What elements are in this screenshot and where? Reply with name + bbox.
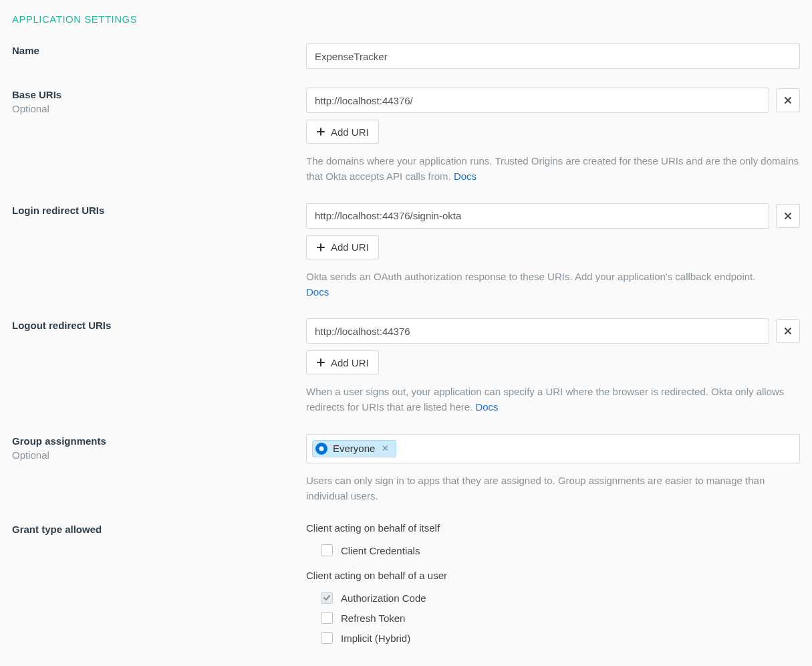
login-redirect-help: Okta sends an OAuth authorization respon… xyxy=(306,269,800,300)
grant-type-label: Grant type allowed xyxy=(12,522,293,536)
checkbox-icon xyxy=(321,632,333,644)
docs-link-login-redirect[interactable]: Docs xyxy=(306,286,329,298)
checkbox-icon xyxy=(321,592,333,604)
remove-login-redirect-button[interactable] xyxy=(776,204,800,228)
row-group-assignments: Group assignments Optional Everyone ✕ Us… xyxy=(12,434,800,504)
group-ring-icon xyxy=(315,443,327,455)
grant-self-heading: Client acting on behalf of itself xyxy=(306,522,800,534)
grant-user-heading: Client acting on behalf of a user xyxy=(306,570,800,581)
checkbox-icon xyxy=(321,544,333,556)
plus-icon xyxy=(316,358,325,367)
close-icon xyxy=(783,326,793,336)
checkbox-label: Implicit (Hybrid) xyxy=(341,633,410,644)
group-chip-label: Everyone xyxy=(333,443,375,454)
group-assignments-label: Group assignments xyxy=(12,434,293,448)
base-uris-label: Base URIs xyxy=(12,88,293,102)
login-redirect-label: Login redirect URIs xyxy=(12,203,293,217)
group-assignments-help: Users can only sign in to apps that they… xyxy=(306,473,800,504)
row-grant-type: Grant type allowed Client acting on beha… xyxy=(12,522,800,648)
close-icon xyxy=(783,211,793,221)
base-uris-help: The domains where your application runs.… xyxy=(306,153,800,185)
checkbox-label: Refresh Token xyxy=(341,613,405,624)
checkbox-label: Authorization Code xyxy=(341,592,426,604)
docs-link-base-uris[interactable]: Docs xyxy=(454,171,477,182)
base-uri-input[interactable] xyxy=(306,88,769,113)
checkbox-refresh-token[interactable]: Refresh Token xyxy=(306,608,800,628)
base-uris-sublabel: Optional xyxy=(12,103,293,114)
logout-redirect-label: Logout redirect URIs xyxy=(12,318,293,332)
plus-icon xyxy=(316,127,325,136)
logout-redirect-input[interactable] xyxy=(306,318,769,344)
row-base-uris: Base URIs Optional Add URI The domains w… xyxy=(12,88,800,185)
remove-chip-icon[interactable]: ✕ xyxy=(380,443,390,453)
remove-logout-redirect-button[interactable] xyxy=(776,319,800,343)
add-login-redirect-button[interactable]: Add URI xyxy=(306,235,379,259)
close-icon xyxy=(783,96,793,105)
group-chip-everyone[interactable]: Everyone ✕ xyxy=(312,440,396,457)
plus-icon xyxy=(316,243,325,252)
row-logout-redirect: Logout redirect URIs Add URI When a user… xyxy=(12,318,800,415)
docs-link-logout-redirect[interactable]: Docs xyxy=(475,401,498,413)
checkbox-label: Client Credentials xyxy=(341,545,420,556)
checkbox-implicit-hybrid[interactable]: Implicit (Hybrid) xyxy=(306,628,800,648)
add-logout-redirect-button[interactable]: Add URI xyxy=(306,350,379,374)
login-redirect-input[interactable] xyxy=(306,203,769,229)
checkbox-icon xyxy=(321,612,333,624)
checkbox-client-credentials[interactable]: Client Credentials xyxy=(306,540,800,560)
checkbox-authorization-code[interactable]: Authorization Code xyxy=(306,588,800,608)
row-name: Name xyxy=(12,43,800,69)
group-assignments-input[interactable]: Everyone ✕ xyxy=(306,434,800,463)
row-login-redirect: Login redirect URIs Add URI Okta sends a… xyxy=(12,203,800,300)
add-uri-label: Add URI xyxy=(331,357,369,368)
remove-base-uri-button[interactable] xyxy=(776,88,800,112)
add-uri-label: Add URI xyxy=(331,241,369,253)
name-label: Name xyxy=(12,43,293,58)
add-uri-label: Add URI xyxy=(331,126,369,138)
add-base-uri-button[interactable]: Add URI xyxy=(306,120,379,144)
group-assignments-sublabel: Optional xyxy=(12,449,293,461)
name-input[interactable] xyxy=(306,43,800,69)
section-title: APPLICATION SETTINGS xyxy=(12,13,800,25)
logout-redirect-help: When a user signs out, your application … xyxy=(306,384,800,415)
